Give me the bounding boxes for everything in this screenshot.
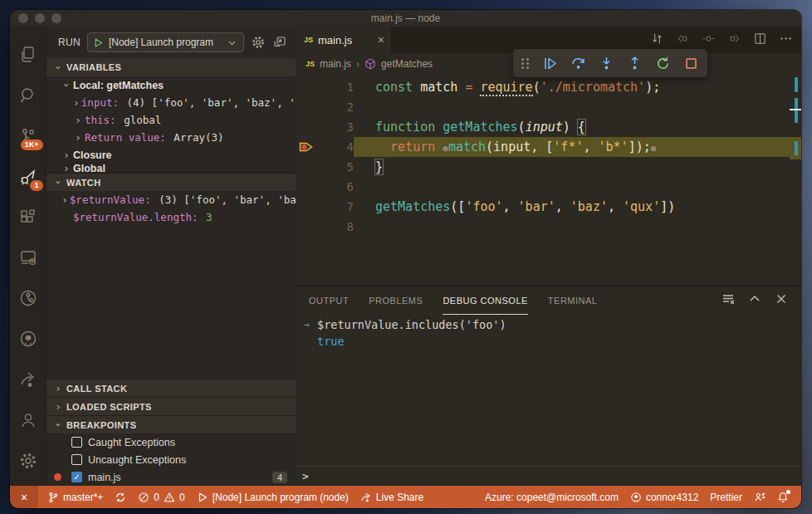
console-expression-row[interactable]: → $returnValue.includes('foo') — [296, 316, 801, 333]
debug-settings-button[interactable] — [251, 35, 266, 50]
code-lines: 1const match = require('./micromatch');2… — [296, 77, 801, 237]
settings-button[interactable] — [10, 440, 46, 481]
breadcrumb-symbol[interactable]: getMatches — [381, 58, 433, 70]
breakpoints-section-header[interactable]: › BREAKPOINTS — [46, 415, 296, 433]
call-stack-section-header[interactable]: › CALL STACK — [46, 379, 296, 397]
live-share-status[interactable]: Live Share — [355, 486, 429, 508]
azure-account-status[interactable]: Azure: copeet@microsoft.com — [479, 486, 624, 508]
breakpoint-checkbox[interactable]: ✓ — [71, 472, 82, 482]
breakpoint-row[interactable]: ✓main.js4 — [46, 468, 296, 486]
launch-config-dropdown[interactable]: [Node] Launch program — [87, 32, 244, 52]
code-line[interactable]: 8 — [296, 217, 801, 237]
sidebar-item-source-control[interactable]: 1K+ — [10, 116, 46, 157]
accounts-button[interactable] — [10, 399, 46, 440]
previous-change-button[interactable] — [676, 32, 690, 49]
breakpoint-arrow-icon — [299, 140, 313, 154]
open-changes-button[interactable] — [650, 32, 664, 49]
watch-row[interactable]: $returnValue.length: 3 — [46, 208, 296, 226]
sidebar-item-timeline[interactable] — [10, 278, 46, 319]
variable-row[interactable]: ›Local: getMatches — [46, 76, 296, 94]
sync-button[interactable] — [109, 486, 132, 508]
formatter-status[interactable]: Prettier — [704, 486, 748, 508]
clear-console-button[interactable] — [722, 292, 735, 309]
code-line[interactable]: 4··return·●match(input,·['f*',·'b*']);● — [296, 137, 801, 157]
step-out-button[interactable] — [627, 56, 643, 71]
gutter-breakpoint-zone[interactable] — [296, 117, 314, 137]
code-token: ]); — [629, 140, 651, 154]
debug-target-status[interactable]: [Node] Launch program (node) — [191, 486, 355, 508]
tab-main-js[interactable]: JS main.js × — [296, 27, 392, 53]
debug-console-output[interactable]: → $returnValue.includes('foo') true — [296, 315, 801, 466]
gutter-breakpoint-zone[interactable] — [296, 137, 314, 157]
overview-ruler[interactable] — [790, 75, 801, 286]
console-result-row[interactable]: true — [296, 333, 801, 350]
github-account-status[interactable]: connor4312 — [624, 486, 704, 508]
variable-row[interactable]: ›Closure — [46, 146, 296, 164]
problems-status[interactable]: 0 0 — [132, 486, 190, 508]
current-change-button[interactable] — [702, 32, 716, 49]
breadcrumb-file[interactable]: main.js — [320, 58, 351, 70]
breakpoint-rows: Caught ExceptionsUncaught Exceptions✓mai… — [46, 433, 296, 486]
code-line[interactable]: 1const match = require('./micromatch'); — [296, 77, 801, 97]
gutter-breakpoint-zone[interactable] — [296, 177, 314, 197]
code-editor[interactable]: 1const match = require('./micromatch');2… — [296, 75, 801, 286]
tab-terminal[interactable]: TERMINAL — [548, 286, 598, 315]
tab-problems[interactable]: PROBLEMS — [369, 286, 423, 315]
breakpoint-row[interactable]: Caught Exceptions — [46, 433, 296, 451]
stop-button[interactable] — [683, 56, 699, 71]
step-into-button[interactable] — [599, 56, 614, 71]
continue-button[interactable] — [542, 56, 558, 71]
gutter-breakpoint-zone[interactable] — [296, 217, 314, 237]
watch-section-header[interactable]: › WATCH — [46, 173, 296, 191]
debug-console-toggle-button[interactable] — [272, 35, 287, 50]
drag-handle-icon[interactable] — [521, 58, 530, 69]
split-editor-button[interactable] — [753, 32, 767, 49]
sidebar-item-github[interactable] — [10, 319, 46, 360]
next-change-button[interactable] — [727, 32, 741, 49]
sidebar-item-explorer[interactable] — [10, 35, 46, 76]
tab-debug-console[interactable]: DEBUG CONSOLE — [443, 286, 527, 315]
breakpoint-checkbox[interactable] — [71, 437, 82, 448]
sidebar-item-extensions[interactable] — [10, 197, 46, 237]
gutter-breakpoint-zone[interactable] — [296, 77, 314, 97]
maximize-panel-button[interactable] — [748, 292, 761, 309]
sidebar-item-run-debug[interactable]: 1 — [10, 156, 46, 197]
code-line[interactable]: 2 — [296, 97, 801, 117]
notifications-button[interactable] — [771, 486, 795, 508]
variable-row[interactable]: ›this: global — [46, 111, 296, 129]
close-panel-button[interactable] — [775, 292, 788, 309]
code-line[interactable]: 3function getMatches(input) { — [296, 117, 801, 137]
variable-row[interactable]: ›input: (4) ['foo', 'bar', 'baz', 'qux'] — [46, 94, 296, 111]
scope-label: Closure — [73, 149, 112, 161]
code-line[interactable]: 7getMatches(['foo', 'bar', 'baz', 'qux']… — [296, 197, 801, 217]
step-over-button[interactable] — [570, 56, 586, 71]
variable-value: 3 — [200, 211, 213, 223]
close-tab-icon[interactable]: × — [378, 33, 384, 47]
sidebar-item-search[interactable] — [10, 76, 46, 116]
variable-row[interactable]: ›Global — [46, 164, 296, 173]
gutter-breakpoint-zone[interactable] — [296, 157, 314, 177]
remote-indicator[interactable]: × — [10, 486, 38, 508]
sidebar-item-live-share[interactable] — [10, 360, 46, 400]
chevron-icon: › — [52, 420, 65, 430]
branch-status[interactable]: master*+ — [42, 486, 109, 508]
variables-section-header[interactable]: › VARIABLES — [46, 58, 296, 76]
watch-row[interactable]: ›$returnValue: (3) ['foo', 'bar', 'baz'] — [46, 191, 296, 208]
gutter-breakpoint-zone[interactable] — [296, 97, 314, 117]
code-line[interactable]: 5} — [296, 157, 801, 177]
breakpoint-row[interactable]: Uncaught Exceptions — [46, 451, 296, 468]
chevron-icon: › — [61, 193, 68, 206]
more-actions-button[interactable] — [779, 32, 793, 49]
feedback-button[interactable] — [748, 486, 771, 508]
restart-button[interactable] — [655, 56, 671, 71]
loaded-scripts-section-header[interactable]: › LOADED SCRIPTS — [46, 397, 296, 415]
js-file-icon: JS — [304, 36, 313, 44]
gutter-breakpoint-zone[interactable] — [296, 197, 314, 217]
status-bar: × master*+ 0 0 [Node] Launch program (no… — [10, 486, 801, 508]
breakpoint-checkbox[interactable] — [71, 454, 82, 465]
code-line[interactable]: 6 — [296, 177, 801, 197]
variable-row[interactable]: ›Return value: Array(3) — [46, 129, 296, 146]
sidebar-item-remote-explorer[interactable] — [10, 237, 46, 278]
tab-output[interactable]: OUTPUT — [309, 286, 349, 315]
debug-console-input[interactable]: > — [296, 466, 801, 486]
